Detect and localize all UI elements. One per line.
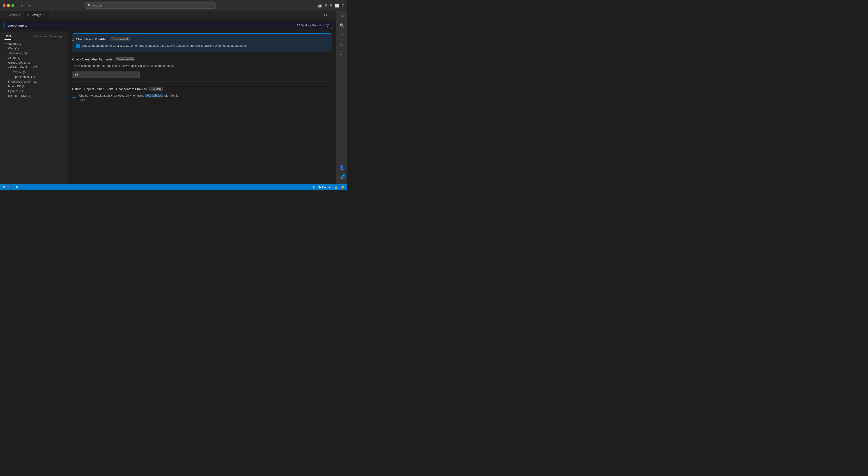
- checkbox-agent-enabled[interactable]: ✓: [76, 44, 80, 48]
- panel-layout-icon[interactable]: ⬜: [335, 3, 339, 8]
- sidebar-item-preview[interactable]: Preview (6): [0, 70, 68, 75]
- settings-search-box[interactable]: 37 Settings Found ≡ ▽: [4, 22, 332, 29]
- split-layout-icon[interactable]: ⊟: [330, 3, 333, 8]
- title-bar-right: 🤖 ⊞ ⊟ ⬜ ⊡: [318, 3, 344, 8]
- tab-settings-close[interactable]: ✕: [42, 13, 46, 17]
- sidebar-item-pylance[interactable]: Pylance (1): [0, 89, 68, 93]
- search-icon: 🔍: [88, 4, 91, 7]
- sidebar-item-github-copilot-sub[interactable]: ▾ GitHub Copilot ... (26): [0, 65, 68, 70]
- activity-account-icon[interactable]: 👤: [337, 163, 346, 172]
- zoom-icon: ⊕: [312, 186, 315, 189]
- tab-welcome-label: Welcome: [9, 13, 21, 17]
- status-bar: ⊞ ⊗ 0 △ 0 ⊕ 📡 Go Live 🤖 🔔: [0, 184, 347, 190]
- settings-search-icons: ≡ ▽: [322, 23, 329, 27]
- sidebar-item-remote-ssh[interactable]: Remote - SSH (1): [0, 93, 68, 98]
- activity-search-icon[interactable]: 🔍: [337, 21, 346, 30]
- close-button[interactable]: [3, 4, 6, 7]
- activity-copy-icon[interactable]: ⎘: [337, 12, 346, 21]
- activity-run-icon[interactable]: ▷: [337, 40, 346, 49]
- user-settings-tab[interactable]: User: [4, 34, 11, 40]
- back-button[interactable]: ←: [19, 3, 25, 8]
- status-errors-item[interactable]: ⊗ 0 △ 0: [8, 186, 18, 189]
- inline-code-codebase: #codebase: [145, 94, 163, 97]
- sidebar-item-intellicode[interactable]: IntelliCode for C#... (1): [0, 79, 68, 84]
- status-remote-item[interactable]: ⊞: [3, 186, 5, 189]
- arrow-features: ▾: [4, 42, 6, 45]
- split-editor-icon[interactable]: ⊡: [317, 12, 321, 18]
- badge-experimental-1: Experimental: [110, 37, 130, 41]
- checkbox-row-3: Whether to enable agentic codesearch whe…: [72, 93, 332, 102]
- sidebar-item-azure-label: Azure (1): [8, 56, 20, 60]
- forward-button[interactable]: →: [26, 3, 33, 8]
- setting-chat-agent-max-requests: Chat › Agent: Max Requests Experimental …: [72, 54, 332, 82]
- max-requests-input[interactable]: [72, 71, 140, 78]
- sidebar-item-mongodb[interactable]: MongoDB (2): [0, 84, 68, 89]
- checkmark-icon: ✓: [77, 44, 79, 48]
- minimize-button[interactable]: [7, 4, 10, 7]
- filter-icon[interactable]: ▽: [326, 23, 329, 27]
- settings-search-input[interactable]: [7, 24, 295, 27]
- sidebar-item-experimental[interactable]: Experimental (11): [0, 75, 68, 79]
- sidebar-item-preview-label: Preview (6): [12, 70, 27, 74]
- settings-tab-icon: ⚙: [26, 13, 29, 17]
- fullscreen-layout-icon[interactable]: ⊡: [342, 3, 344, 8]
- gear-icon-setting1[interactable]: ⚙: [71, 37, 74, 42]
- status-bell-item[interactable]: 🔔: [341, 186, 344, 189]
- setting-title-2: Chat › Agent: Max Requests: [72, 58, 113, 61]
- vscode-icon: ✦: [4, 13, 7, 17]
- search-placeholder: Search: [92, 4, 102, 7]
- checkbox-codesearch-enabled[interactable]: [72, 94, 76, 98]
- error-icon: ⊗: [8, 186, 10, 189]
- activity-bar: ⎘ 🔍 ⑂ ▷ ··· 👤 ⚙ 1: [336, 11, 347, 184]
- sidebar-item-extensions[interactable]: ▾ Extensions (35): [0, 51, 68, 56]
- layout-icon[interactable]: ⊞: [324, 3, 328, 8]
- settings-tab-row: User Last synced: 0 secs ago: [0, 33, 68, 40]
- arrow-extensions: ▾: [4, 52, 6, 54]
- status-copilot-item[interactable]: 🤖: [335, 186, 338, 189]
- bell-icon: 🔔: [341, 186, 344, 189]
- status-zoom-item[interactable]: ⊕: [312, 186, 315, 189]
- global-search-bar[interactable]: 🔍 Search: [85, 2, 216, 8]
- gear-badge: 1: [342, 174, 345, 177]
- copilot-status-icon: 🤖: [335, 186, 338, 189]
- sidebar-item-mongodb-label: MongoDB (2): [8, 85, 26, 88]
- setting-title-row-2: Chat › Agent: Max Requests Experimental: [72, 57, 332, 61]
- traffic-lights: [3, 4, 14, 7]
- sidebar-item-features-label: Features (2): [6, 42, 23, 46]
- setting-title-row-3: Github › Copilot › Chat › Edits › Codese…: [72, 87, 332, 91]
- sidebar-item-github-copilot-sub-label: GitHub Copilot ... (26): [10, 66, 38, 69]
- nav-buttons: ← →: [19, 3, 33, 8]
- sidebar-item-github-copilot[interactable]: GitHub Copilot (3): [0, 60, 68, 65]
- copilot-icon[interactable]: 🤖: [318, 3, 322, 8]
- tab-welcome[interactable]: ✦ Welcome: [2, 11, 24, 19]
- arrow-github-copilot-sub: ▾: [8, 66, 9, 68]
- title-bar: ← → 🔍 Search 🤖 ⊞ ⊟ ⬜ ⊡: [0, 0, 347, 11]
- sidebar-item-pylance-label: Pylance (1): [8, 89, 23, 93]
- activity-extensions-icon[interactable]: ···: [337, 50, 346, 59]
- remote-icon: ⊞: [3, 186, 5, 189]
- warning-icon: △: [13, 186, 15, 189]
- setting-description-3: Whether to enable agentic codesearch whe…: [79, 93, 179, 102]
- settings-content: ⚙ Chat › Agent: Enabled Experimental ✓: [68, 32, 336, 184]
- status-bar-right: ⊕ 📡 Go Live 🤖 🔔: [312, 186, 344, 189]
- sidebar-item-chat[interactable]: Chat (2): [0, 46, 68, 51]
- sidebar-item-features[interactable]: ▾ Features (2): [0, 41, 68, 46]
- sidebar-item-chat-label: Chat (2): [8, 47, 19, 50]
- activity-gear-icon[interactable]: ⚙ 1: [337, 173, 346, 182]
- more-actions-icon[interactable]: ···: [330, 12, 335, 17]
- activity-source-control-icon[interactable]: ⑂: [337, 31, 346, 40]
- toggle-panel-icon[interactable]: ⊟: [323, 12, 328, 18]
- maximize-button[interactable]: [11, 4, 14, 7]
- setting-title-1: Chat › Agent: Enabled: [76, 37, 107, 41]
- sidebar-item-azure[interactable]: Azure (1): [0, 56, 68, 60]
- status-go-live-item[interactable]: 📡 Go Live: [318, 186, 332, 189]
- badge-experimental-2: Experimental: [115, 57, 135, 61]
- go-live-label: Go Live: [322, 186, 332, 189]
- settings-body: User Last synced: 0 secs ago ▾ Features …: [0, 32, 336, 184]
- clear-filter-icon[interactable]: ≡: [322, 23, 324, 27]
- tab-settings[interactable]: ⚙ Settings ✕: [24, 11, 49, 19]
- settings-found-count: 37 Settings Found: [297, 24, 321, 27]
- setting-title-3: Github › Copilot › Chat › Edits › Codese…: [72, 87, 147, 91]
- setting-title-row-1: Chat › Agent: Enabled Experimental: [76, 37, 328, 41]
- settings-area: ✦ Welcome ⚙ Settings ✕ ⊡ ⊟ ··· 37 Settin…: [0, 11, 336, 184]
